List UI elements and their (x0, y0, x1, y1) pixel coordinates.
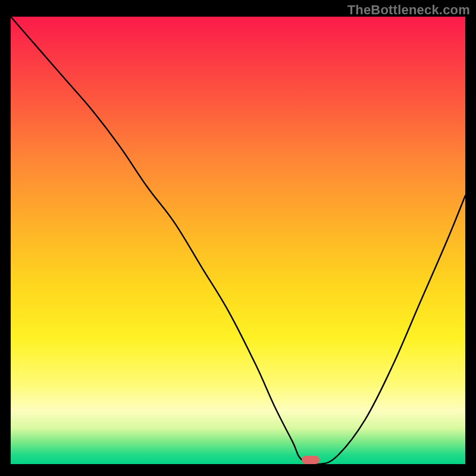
watermark-text: TheBottleneck.com (347, 2, 470, 18)
optimum-marker (302, 456, 320, 464)
curve-svg (11, 17, 465, 464)
plot-area (11, 17, 465, 464)
chart-frame: TheBottleneck.com (0, 0, 476, 476)
bottleneck-curve-path (11, 17, 465, 464)
